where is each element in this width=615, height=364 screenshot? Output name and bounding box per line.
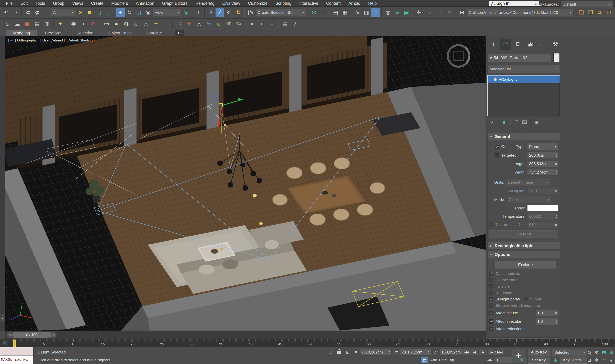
timeline-ticks[interactable]: 5101520253035404550556065707580859095100 [10, 339, 609, 347]
key-selection-dropdown[interactable]: Selected ▾ [552, 349, 587, 356]
rollout-options-header[interactable]: ▼ Options [487, 251, 560, 258]
time-slider-next-icon[interactable]: > [51, 333, 56, 337]
go-to-start-button[interactable]: |◀◀ [462, 349, 470, 356]
redo-icon[interactable]: ↷ [11, 8, 20, 17]
rectangular-selection-region-icon[interactable]: ▢ [94, 8, 103, 17]
motion-tab-icon[interactable]: ◉ [525, 39, 536, 50]
affect-reflections-checkbox[interactable] [489, 327, 494, 331]
affect-diffuse-spinner[interactable]: 1,0 [535, 310, 558, 316]
menu-views[interactable]: Views [68, 0, 87, 7]
object-color-swatch[interactable] [553, 53, 560, 62]
zoom-region-icon[interactable]: ⊡ [586, 357, 593, 364]
project-links-icon[interactable]: ⊡ [604, 8, 613, 17]
undo-icon[interactable]: ↶ [2, 8, 11, 17]
project-structure-icon[interactable]: ⧉ [595, 8, 604, 17]
next-frame-button[interactable]: |▶ [487, 349, 495, 356]
time-slider-value[interactable]: 0 / 100 [12, 332, 51, 338]
curve-editor-icon[interactable]: ∿ [353, 8, 361, 17]
select-object-icon[interactable]: ➤ [76, 8, 85, 17]
pan-hand-icon[interactable]: ✥ [593, 357, 600, 364]
chaos-cloud-icon[interactable]: ☁ [13, 19, 22, 29]
render-setup-icon[interactable]: ⚙ [393, 8, 401, 17]
vray-fur-icon[interactable]: ✳ [204, 19, 214, 29]
go-to-end-button[interactable]: ▶▶| [496, 349, 504, 356]
select-and-move-icon[interactable]: ⌖ [116, 8, 125, 17]
targeted-distance-spinner[interactable]: 200,0cm [527, 152, 558, 159]
current-frame-marker[interactable] [13, 339, 16, 347]
timeline-ruler[interactable]: ∿ 51015202530354045505560657075808590951… [0, 339, 615, 347]
project-folder-dropdown[interactable]: C:\Users\michalfranczak\Documents\3ds Ma… [467, 9, 574, 16]
zoom-extents-icon[interactable]: ⬒ [600, 349, 608, 356]
utilities-tab-icon[interactable]: ⚒ [550, 39, 561, 50]
project-new-folder-icon[interactable]: ❐ [586, 8, 595, 17]
affect-specular-checkbox[interactable] [489, 319, 494, 324]
spinner-snap-toggle-icon[interactable]: ⇅ [234, 8, 242, 17]
menu-file[interactable]: File [2, 0, 16, 7]
play-button[interactable]: ▶ [479, 349, 487, 356]
maxscript-label[interactable]: MAXScript Mi [0, 356, 33, 364]
tab-modeling[interactable]: Modeling [6, 30, 37, 36]
viewport-label[interactable]: [ + ] [ Orthographic ] [ User Defined ] … [8, 38, 94, 42]
vray-render-settings-icon[interactable]: ▥ [42, 19, 52, 29]
vray-scene-converter-icon[interactable]: ▤ [280, 19, 290, 29]
affect-specular-spinner[interactable]: 1,0 [535, 318, 558, 325]
unlink-selection-icon[interactable]: ⊄ [33, 8, 41, 17]
selection-filter-dropdown[interactable]: All▾ [51, 9, 76, 16]
render-in-cloud-icon[interactable]: ♨ [436, 8, 445, 17]
make-unique-icon[interactable]: ❐ [513, 119, 520, 126]
menu-create[interactable]: Create [87, 0, 107, 7]
percent-snap-toggle-icon[interactable]: % [225, 8, 233, 17]
time-slider-prev-icon[interactable]: < [7, 333, 12, 337]
vray-material-preview-icon[interactable]: ● [247, 19, 257, 29]
vray-disc-light-icon[interactable]: ◍ [121, 19, 131, 29]
mirror-icon[interactable]: ⋈ [310, 8, 318, 17]
vray-asset-editor-icon[interactable]: ▤ [32, 19, 42, 29]
menu-rendering[interactable]: Rendering [192, 0, 218, 7]
previous-frame-button[interactable]: ◀| [471, 349, 479, 356]
vray-stereo-rig-icon[interactable]: ◎ [89, 19, 98, 29]
vray-help-icon[interactable]: ? [290, 19, 300, 29]
maxscript-pink-row[interactable] [0, 347, 33, 356]
pin-stack-icon[interactable]: ⚲ [488, 119, 495, 126]
edit-named-selection-sets-icon[interactable]: {✎ [246, 8, 255, 17]
align-icon[interactable]: ≣ [319, 8, 327, 17]
vray-sun-light-icon[interactable]: ☀ [151, 19, 161, 29]
select-by-name-icon[interactable]: ≡ [85, 8, 94, 17]
select-and-rotate-icon[interactable]: ↻ [125, 8, 134, 17]
vray-dome-camera-icon[interactable]: ◖ [79, 19, 88, 29]
zoom-all-icon[interactable]: ⊕ [593, 349, 600, 356]
menu-modifiers[interactable]: Modifiers [107, 0, 132, 7]
mini-curve-editor-icon[interactable]: ∿ [1, 340, 8, 346]
use-pivot-point-center-icon[interactable]: ◎ [181, 8, 190, 17]
light-color-swatch[interactable] [527, 205, 558, 211]
vray-proxy-icon[interactable]: ❖ [184, 19, 194, 29]
toggle-scene-explorer-icon[interactable]: ▤ [331, 8, 340, 17]
menu-animation[interactable]: Animation [132, 0, 158, 7]
sign-in-button[interactable]: Sign In ▾ [489, 1, 539, 6]
named-selection-sets-dropdown[interactable]: Create Selection Se▾ [255, 9, 306, 16]
angle-snap-toggle-icon[interactable]: ∠ [215, 8, 224, 17]
isolate-selection-icon[interactable]: ⛶ [327, 349, 334, 356]
display-tab-icon[interactable]: ▭ [537, 39, 548, 50]
maximize-viewport-icon[interactable]: ◱ [608, 357, 615, 364]
skylight-portal-checkbox[interactable] [489, 297, 494, 301]
vray-physical-camera-icon[interactable]: ◉ [69, 19, 78, 29]
ribbon-config-dropdown[interactable]: ▼▾ [175, 30, 184, 36]
reference-coordinate-system-dropdown[interactable]: View▾ [152, 9, 181, 16]
panel-splitter[interactable] [487, 129, 560, 131]
modify-tab-icon[interactable]: ◠ [500, 39, 511, 50]
set-key-button[interactable]: Set Key [528, 357, 550, 364]
vray-proxy-export-icon[interactable]: △ [194, 19, 204, 29]
tab-freeform[interactable]: Freeform [38, 30, 68, 36]
schematic-view-icon[interactable]: ⌗ [371, 8, 380, 17]
material-editor-icon[interactable]: ◍ [384, 8, 392, 17]
on-checkbox[interactable] [495, 145, 499, 149]
menu-scripting[interactable]: Scripting [271, 0, 295, 7]
menu-help[interactable]: Help [364, 0, 381, 7]
rendered-frame-window-icon[interactable]: ▣ [402, 8, 411, 17]
vray-sphere-light-icon[interactable]: ● [112, 19, 121, 29]
ornatrix-icon[interactable]: Ox [234, 19, 243, 29]
vray-teapot-icon[interactable]: ♨ [3, 19, 12, 29]
exclude-button[interactable]: Exclude [495, 261, 556, 268]
modifier-stack[interactable]: VRayLight [487, 75, 560, 116]
